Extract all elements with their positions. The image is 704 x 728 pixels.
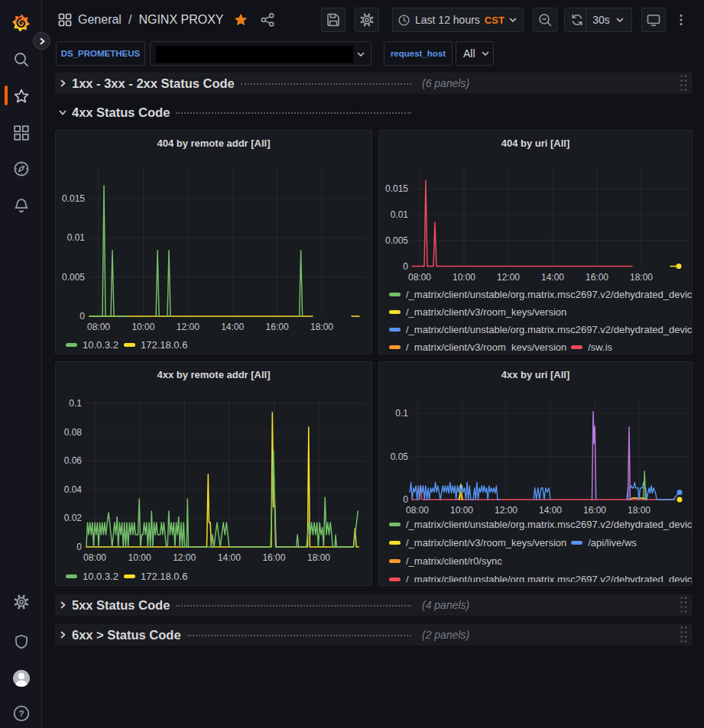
svg-text:0.04: 0.04	[64, 484, 83, 495]
svg-text:18:00: 18:00	[628, 505, 650, 516]
svg-text:10:00: 10:00	[131, 322, 154, 332]
svg-text:08:00: 08:00	[408, 272, 431, 283]
svg-text:12:00: 12:00	[173, 552, 196, 563]
svg-text:18:00: 18:00	[307, 552, 330, 563]
svg-text:12:00: 12:00	[497, 272, 520, 283]
svg-text:14:00: 14:00	[218, 552, 241, 563]
svg-text:16:00: 16:00	[586, 272, 608, 283]
svg-text:0.06: 0.06	[64, 455, 83, 466]
svg-text:10:00: 10:00	[453, 272, 475, 283]
svg-text:10:00: 10:00	[450, 505, 473, 516]
svg-text:0: 0	[403, 494, 408, 505]
svg-text:14:00: 14:00	[541, 272, 564, 283]
svg-text:?: ?	[18, 709, 24, 718]
svg-text:0: 0	[76, 542, 82, 552]
svg-text:14:00: 14:00	[221, 322, 244, 332]
svg-text:18:00: 18:00	[310, 322, 333, 332]
svg-text:0.02: 0.02	[64, 513, 83, 523]
svg-text:12:00: 12:00	[495, 505, 517, 516]
svg-text:0: 0	[403, 261, 408, 272]
svg-text:0.01: 0.01	[391, 209, 409, 220]
svg-text:0.05: 0.05	[391, 451, 409, 462]
svg-text:0.1: 0.1	[69, 398, 82, 409]
svg-text:0.015: 0.015	[62, 193, 85, 204]
svg-text:0.005: 0.005	[62, 272, 85, 283]
svg-text:14:00: 14:00	[539, 505, 562, 516]
svg-text:16:00: 16:00	[583, 505, 606, 516]
svg-text:16:00: 16:00	[262, 552, 285, 563]
svg-text:08:00: 08:00	[83, 552, 106, 563]
svg-text:0: 0	[79, 311, 85, 322]
svg-text:0.01: 0.01	[67, 232, 86, 243]
svg-text:0.08: 0.08	[64, 427, 83, 438]
svg-text:0.1: 0.1	[395, 408, 408, 419]
svg-text:08:00: 08:00	[406, 505, 429, 516]
svg-text:0.005: 0.005	[385, 235, 408, 246]
svg-text:10:00: 10:00	[128, 552, 151, 563]
svg-text:18:00: 18:00	[630, 272, 653, 283]
svg-text:08:00: 08:00	[87, 322, 110, 332]
svg-text:16:00: 16:00	[266, 322, 289, 332]
svg-text:0.015: 0.015	[385, 183, 408, 194]
svg-text:12:00: 12:00	[177, 322, 200, 332]
